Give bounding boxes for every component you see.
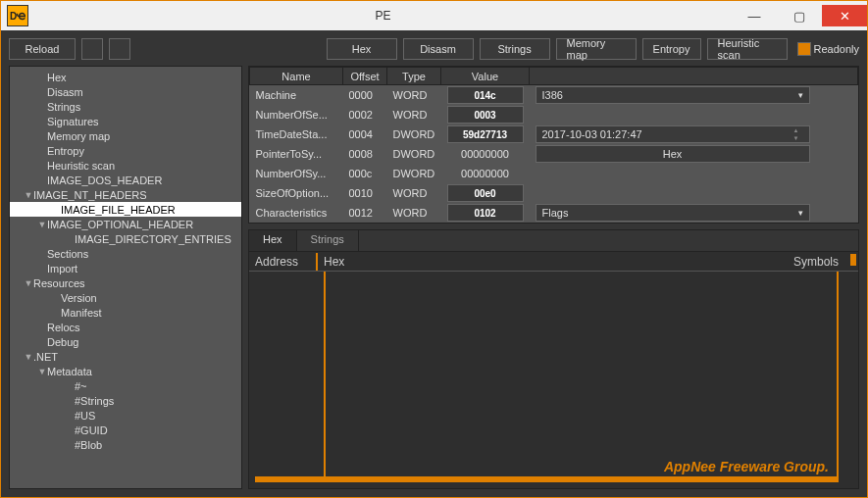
dropdown[interactable]: I386: [536, 86, 810, 104]
divider: [324, 272, 326, 482]
tree-item-label: IMAGE_OPTIONAL_HEADER: [47, 219, 193, 230]
hex-button[interactable]: Hex: [327, 38, 397, 60]
entropy-button[interactable]: Entropy: [642, 38, 701, 60]
header-table: Name Offset Type Value Machine0000WORD01…: [248, 66, 859, 224]
tree-item[interactable]: Hex: [10, 70, 241, 84]
hex-tabs: Hex Strings: [249, 230, 858, 252]
tree-item-label: Signatures: [47, 116, 99, 127]
table-row[interactable]: Machine0000WORD014cI386: [250, 85, 858, 106]
tree-item-label: Version: [61, 292, 97, 304]
table-row[interactable]: NumberOfSe...0002WORD0003: [250, 105, 858, 124]
tree-item-label: Resources: [33, 277, 85, 289]
table-row[interactable]: PointerToSy...0008DWORD00000000Hex: [250, 144, 858, 164]
tree-item-label: Heuristic scan: [47, 160, 115, 172]
strings-button[interactable]: Strings: [480, 38, 550, 60]
tree-item[interactable]: #Strings: [10, 393, 241, 408]
tree-item[interactable]: Entropy: [10, 143, 241, 158]
tree-item-label: #US: [75, 410, 95, 422]
window-title: PE: [34, 9, 732, 23]
right-pane: Name Offset Type Value Machine0000WORD01…: [248, 66, 859, 489]
value-button[interactable]: 59d27713: [447, 125, 524, 143]
hex-col-hex: Hex: [318, 253, 350, 271]
readonly-toggle[interactable]: Readonly: [797, 42, 859, 56]
main-row: HexDisasmStringsSignaturesMemory mapEntr…: [9, 66, 859, 489]
tree-item[interactable]: #US: [10, 408, 241, 423]
value-text: 00000000: [447, 168, 524, 179]
tree-item[interactable]: Manifest: [10, 305, 241, 320]
tree-item[interactable]: Relocs: [10, 320, 241, 334]
tree-item-label: IMAGE_DOS_HEADER: [47, 174, 162, 186]
tree-item[interactable]: Sections: [10, 246, 241, 261]
col-offset[interactable]: Offset: [343, 68, 387, 85]
tree-view[interactable]: HexDisasmStringsSignaturesMemory mapEntr…: [9, 66, 242, 489]
tree-item-label: Memory map: [47, 130, 110, 142]
tree-item-label: Strings: [47, 101, 80, 113]
tree-item-label: Metadata: [47, 366, 92, 377]
tree-item[interactable]: ▼Resources: [10, 275, 241, 290]
toolbar: Reload Hex Disasm Strings Memory map Ent…: [9, 36, 859, 62]
table-row[interactable]: NumberOfSy...000cDWORD00000000: [250, 164, 858, 183]
value-button[interactable]: 0102: [447, 204, 524, 222]
hscroll-thumb[interactable]: [255, 476, 837, 482]
value-button[interactable]: 014c: [447, 86, 524, 104]
tree-item-label: IMAGE_FILE_HEADER: [61, 204, 176, 216]
pe-window: DҼ PE — ▢ ✕ Reload Hex Disasm Strings Me…: [0, 0, 868, 498]
tree-item-label: Sections: [47, 248, 88, 260]
tree-item[interactable]: Debug: [10, 334, 241, 349]
dropdown[interactable]: Flags: [536, 204, 810, 222]
titlebar: DҼ PE — ▢ ✕: [1, 1, 867, 30]
col-type[interactable]: Type: [387, 68, 441, 85]
tree-item[interactable]: Heuristic scan: [10, 158, 241, 173]
tree-item-label: #GUID: [75, 424, 108, 436]
maximize-button[interactable]: ▢: [777, 5, 822, 26]
tree-item[interactable]: Version: [10, 290, 241, 305]
divider: [837, 272, 839, 482]
nav-fwd-button[interactable]: [109, 38, 130, 60]
nav-back-button[interactable]: [81, 38, 103, 60]
tree-item[interactable]: IMAGE_DIRECTORY_ENTRIES: [10, 231, 241, 246]
tree-item[interactable]: Signatures: [10, 114, 241, 128]
tree-item[interactable]: ▼Metadata: [10, 364, 241, 378]
value-button[interactable]: 00e0: [447, 184, 524, 202]
col-extra: [530, 68, 858, 85]
tab-strings[interactable]: Strings: [297, 230, 359, 251]
tab-hex[interactable]: Hex: [249, 230, 297, 251]
tree-item-label: Relocs: [47, 322, 80, 333]
tree-item[interactable]: ▼.NET: [10, 349, 241, 364]
tree-item[interactable]: Import: [10, 261, 241, 275]
tree-item[interactable]: ▼IMAGE_NT_HEADERS: [10, 187, 241, 202]
value-text: 00000000: [447, 148, 524, 160]
tree-item[interactable]: IMAGE_DOS_HEADER: [10, 173, 241, 187]
hex-view[interactable]: Address Hex Symbols AppNee Freeware Grou…: [249, 252, 858, 488]
tree-item[interactable]: Disasm: [10, 84, 241, 99]
app-icon: DҼ: [7, 5, 28, 26]
minimize-button[interactable]: —: [732, 5, 777, 26]
vscroll-thumb[interactable]: [850, 254, 856, 266]
reload-button[interactable]: Reload: [9, 38, 76, 60]
tree-item-label: #Blob: [75, 439, 102, 451]
heuristic-button[interactable]: Heuristic scan: [707, 38, 788, 60]
tree-item-label: Import: [47, 263, 77, 274]
tree-item-label: #Strings: [75, 395, 114, 407]
table-row[interactable]: SizeOfOption...0010WORD00e0: [250, 183, 858, 203]
tree-item[interactable]: #~: [10, 378, 241, 393]
disasm-button[interactable]: Disasm: [403, 38, 474, 60]
tree-item[interactable]: #GUID: [10, 423, 241, 437]
tree-item[interactable]: #Blob: [10, 437, 241, 452]
tree-item-label: .NET: [33, 351, 58, 363]
col-name[interactable]: Name: [250, 68, 343, 85]
tree-item-label: IMAGE_NT_HEADERS: [33, 189, 147, 201]
hex-col-address: Address: [249, 253, 318, 271]
tree-item[interactable]: IMAGE_FILE_HEADER: [10, 202, 241, 217]
close-button[interactable]: ✕: [822, 5, 867, 26]
memmap-button[interactable]: Memory map: [556, 38, 637, 60]
hex-link-button[interactable]: Hex: [536, 145, 810, 163]
value-button[interactable]: 0003: [447, 106, 524, 124]
date-spinner[interactable]: 2017-10-03 01:27:47▲▼: [536, 125, 810, 143]
tree-item[interactable]: Strings: [10, 99, 241, 114]
col-value[interactable]: Value: [441, 68, 530, 85]
tree-item[interactable]: ▼IMAGE_OPTIONAL_HEADER: [10, 217, 241, 231]
table-row[interactable]: TimeDateSta...0004DWORD59d277132017-10-0…: [250, 124, 858, 144]
table-row[interactable]: Characteristics0012WORD0102Flags: [250, 203, 858, 223]
tree-item[interactable]: Memory map: [10, 128, 241, 143]
